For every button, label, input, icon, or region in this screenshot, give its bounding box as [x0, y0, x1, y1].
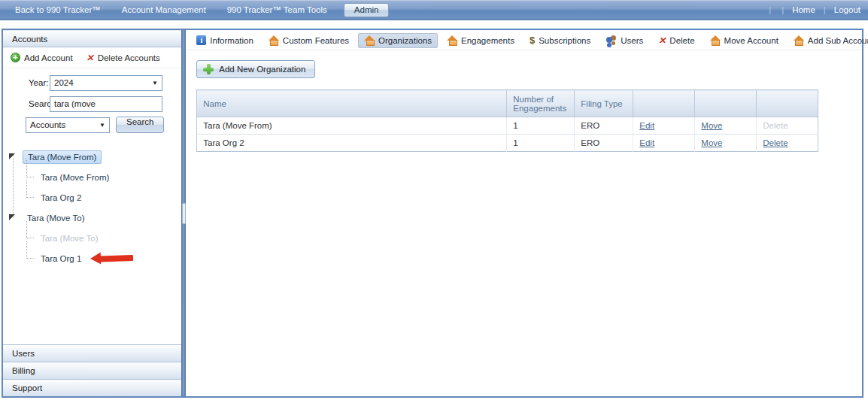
panel-header-users[interactable]: Users — [3, 344, 181, 362]
red-arrow-annotation — [90, 251, 135, 265]
tree-node-label-disabled: Tara (Move To) — [36, 232, 102, 244]
move-link[interactable]: Move — [701, 121, 722, 130]
cell-org-name: Tara Org 2 — [197, 135, 507, 152]
splitter-handle[interactable] — [182, 203, 186, 224]
year-row: Year: 2024 ▼ — [3, 74, 181, 91]
table-row: Tara Org 2 1 ERO Edit Move Delete — [197, 135, 818, 152]
collapse-expander-icon[interactable] — [9, 214, 15, 220]
tree-node-label[interactable]: Tara Org 1 — [36, 253, 86, 265]
panel-header-support[interactable]: Support — [3, 379, 181, 396]
delete-link[interactable]: Delete — [763, 138, 788, 147]
table-row: Tara (Move From) 1 ERO Edit Move Delete — [197, 117, 818, 135]
move-link[interactable]: Move — [701, 138, 722, 147]
add-account-button[interactable]: + Add Account — [11, 53, 73, 62]
tab-label: Add Sub Account — [808, 36, 868, 45]
column-header-filing-type[interactable]: Filing Type — [575, 90, 633, 117]
top-navigation-bar: Back to 990 Tracker™ Account Management … — [0, 0, 868, 20]
chevron-down-icon: ▼ — [152, 80, 158, 86]
scope-select-value: Accounts — [30, 120, 65, 129]
plus-circle-icon: + — [11, 53, 20, 62]
organizations-table: Name Number of Engagements Filing Type T… — [196, 89, 818, 152]
house-icon — [364, 35, 375, 45]
accounts-panel-title: Accounts — [12, 35, 47, 44]
column-header-name[interactable]: Name — [197, 90, 507, 117]
red-x-icon: ✕ — [86, 53, 94, 63]
account-search-form: Year: 2024 ▼ Search: Accounts ▼ Search — [3, 68, 181, 142]
tab-label: Custom Features — [283, 36, 349, 45]
column-header-move — [695, 90, 757, 117]
tab-label: Engagements — [461, 36, 514, 45]
column-header-delete — [757, 90, 818, 117]
nav-admin-selected[interactable]: Admin — [344, 3, 390, 17]
add-new-organization-label: Add New Organization — [219, 65, 305, 74]
nav-account-management[interactable]: Account Management — [111, 5, 217, 14]
delete-accounts-button[interactable]: ✕ Delete Accounts — [86, 53, 160, 63]
edit-link[interactable]: Edit — [639, 121, 654, 130]
house-icon — [794, 35, 804, 45]
search-button[interactable]: Search — [116, 117, 164, 133]
info-icon: i — [196, 35, 206, 45]
house-icon — [269, 35, 279, 45]
panel-billing-label: Billing — [12, 366, 35, 375]
search-label: Search: — [3, 99, 50, 108]
tree-node-tara-org-2: Tara Org 2 — [3, 187, 181, 208]
collapse-expander-icon[interactable] — [9, 153, 15, 159]
separator: | — [818, 5, 831, 14]
column-header-edit — [633, 90, 695, 117]
tab-subscriptions[interactable]: $ Subscriptions — [524, 32, 596, 49]
add-new-organization-button[interactable]: Add New Organization — [196, 60, 315, 78]
search-input[interactable] — [50, 96, 162, 112]
dollar-icon: $ — [530, 35, 535, 46]
tab-custom-features[interactable]: Custom Features — [263, 33, 355, 48]
edit-link[interactable]: Edit — [639, 138, 654, 147]
tab-label: Move Account — [724, 36, 778, 45]
separator: | — [763, 5, 776, 14]
tab-label: Users — [621, 36, 643, 45]
tab-add-sub-account[interactable]: Add Sub Account — [788, 33, 868, 48]
home-link[interactable]: Home — [789, 5, 818, 14]
scope-select[interactable]: Accounts ▼ — [26, 117, 110, 133]
sidebar-splitter[interactable] — [181, 30, 186, 396]
accounts-sidebar: Accounts + Add Account ✕ Delete Accounts… — [3, 30, 181, 396]
main-panel: i Information Custom Features Organizati… — [186, 30, 862, 396]
nav-back-to-990-tracker[interactable]: Back to 990 Tracker™ — [5, 5, 111, 14]
tab-label: Delete — [669, 36, 694, 45]
topbar-right-links: | | Home | Logout — [763, 5, 863, 14]
tab-users[interactable]: Users — [599, 33, 649, 48]
delete-accounts-label: Delete Accounts — [98, 53, 160, 62]
delete-link-disabled: Delete — [763, 121, 788, 130]
account-tabstrip: i Information Custom Features Organizati… — [186, 30, 862, 50]
sidebar-bottom-panels: Users Billing Support — [3, 344, 181, 396]
year-select[interactable]: 2024 ▼ — [50, 75, 162, 91]
tab-information[interactable]: i Information — [190, 33, 259, 48]
logout-link[interactable]: Logout — [831, 5, 863, 14]
search-row: Search: — [3, 95, 181, 112]
panel-users-label: Users — [12, 349, 35, 358]
table-header-row: Name Number of Engagements Filing Type — [197, 90, 818, 117]
tab-move-account[interactable]: Move Account — [704, 33, 785, 48]
house-icon — [710, 35, 721, 45]
tab-engagements[interactable]: Engagements — [441, 33, 520, 48]
cell-org-name: Tara (Move From) — [197, 117, 507, 135]
house-icon — [447, 35, 457, 45]
nav-team-tools[interactable]: 990 Tracker™ Team Tools — [217, 5, 338, 14]
tree-node-label[interactable]: Tara (Move From) — [36, 171, 114, 183]
scope-row: Accounts ▼ Search — [3, 117, 181, 133]
tree-node-tara-org-1: Tara Org 1 — [3, 248, 181, 268]
column-header-engagements[interactable]: Number of Engagements — [507, 90, 575, 117]
tab-label: Organizations — [378, 36, 432, 45]
cell-filing-type: ERO — [575, 135, 633, 152]
sidebar-toolbar: + Add Account ✕ Delete Accounts — [3, 47, 181, 68]
tab-organizations-selected[interactable]: Organizations — [358, 33, 438, 48]
panel-header-billing[interactable]: Billing — [3, 362, 181, 379]
green-plus-icon — [203, 64, 214, 74]
content-frame: Accounts + Add Account ✕ Delete Accounts… — [2, 29, 863, 398]
accounts-tree: Tara (Move From) Tara (Move From) Tara O… — [3, 142, 181, 344]
tab-delete[interactable]: ✕ Delete — [652, 33, 700, 49]
organizations-tab-body: Add New Organization Name Number of Enga… — [186, 50, 862, 162]
tree-node-label[interactable]: Tara Org 2 — [36, 192, 86, 204]
users-icon — [605, 35, 617, 45]
tab-label: Subscriptions — [539, 36, 590, 45]
tree-node-label-selected[interactable]: Tara (Move From) — [23, 150, 102, 164]
accounts-panel-header[interactable]: Accounts — [3, 30, 181, 47]
